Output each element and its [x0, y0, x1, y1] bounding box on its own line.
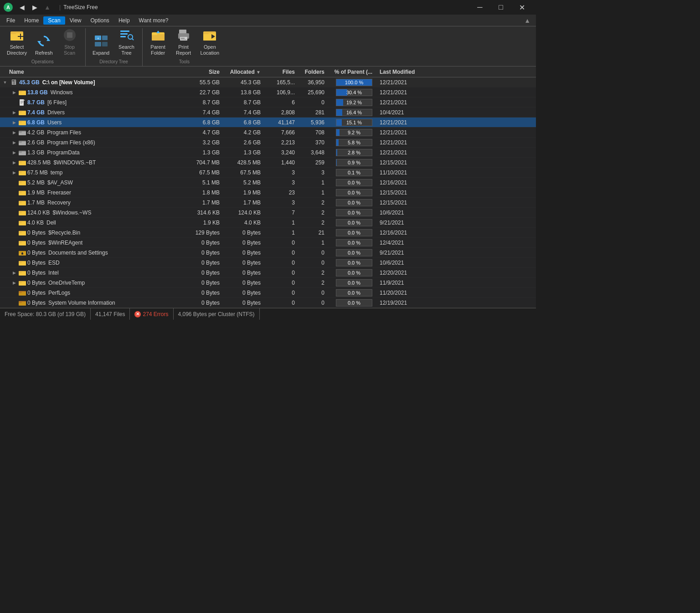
- tree-row[interactable]: 5.2 MB $AV_ASW 5.1 MB 5.2 MB 3 1 0.0 % 1…: [0, 178, 536, 188]
- app-logo: A: [4, 3, 13, 12]
- svg-rect-20: [152, 34, 165, 41]
- cell-pct: 0.0 %: [328, 239, 376, 246]
- cell-alloc: 13.8 GB: [223, 89, 264, 96]
- cell-modified: 12/20/2021: [376, 270, 536, 276]
- root-alloc-col: 45.3 GB: [223, 79, 264, 86]
- tree-row[interactable]: ▶ 4.2 GB Program Files 4.7 GB 4.2 GB 7,6…: [0, 128, 536, 138]
- tree-row[interactable]: ▶ 0 Bytes OneDriveTemp 0 Bytes 0 Bytes 0…: [0, 278, 536, 288]
- forward-button[interactable]: ▶: [29, 2, 40, 13]
- minimize-button[interactable]: ─: [469, 0, 490, 15]
- select-directory-button[interactable]: SelectDirectory: [4, 30, 30, 58]
- expand-arrow[interactable]: ▶: [11, 119, 17, 126]
- expand-button[interactable]: + Expand: [89, 30, 113, 58]
- parent-folder-button[interactable]: ParentFolder: [146, 30, 170, 58]
- cell-alloc: 8.7 GB: [223, 99, 264, 106]
- tree-row[interactable]: ▶ 1.3 GB ProgramData 1.3 GB 1.3 GB 3,240…: [0, 148, 536, 158]
- error-icon: ✕: [134, 311, 141, 317]
- tree-row[interactable]: 0 Bytes $Recycle.Bin 129 Bytes 0 Bytes 1…: [0, 228, 536, 238]
- tree-row[interactable]: 124.0 KB $Windows.~WS 314.6 KB 124.0 KB …: [0, 208, 536, 218]
- col-header-folders[interactable]: Folders: [299, 69, 328, 75]
- cell-files: 0: [264, 260, 299, 266]
- menu-view[interactable]: View: [65, 16, 86, 25]
- col-header-allocated[interactable]: Allocated ▼: [223, 69, 264, 75]
- tree-row[interactable]: 0 Bytes ESD 0 Bytes 0 Bytes 0 0 0.0 % 10…: [0, 258, 536, 268]
- svg-rect-75: [19, 221, 22, 223]
- col-header-name[interactable]: Name: [0, 69, 182, 75]
- directory-tree-group-label: Directory Tree: [89, 58, 139, 64]
- cell-alloc: 4.2 GB: [223, 129, 264, 136]
- cell-files: 1,440: [264, 159, 299, 166]
- expand-arrow-placeholder: [11, 99, 17, 106]
- cell-files: 2,213: [264, 139, 299, 146]
- expand-arrow[interactable]: ▶: [11, 109, 17, 116]
- open-location-button[interactable]: OpenLocation: [197, 30, 223, 58]
- ribbon-group-tools: ParentFolder PrintReport: [143, 28, 226, 66]
- tree-row[interactable]: 0 Bytes Documents and Settings 0 Bytes 0…: [0, 248, 536, 258]
- freespace-label: Free Space: 80.3 GB (of 139 GB): [5, 311, 86, 317]
- cell-pct: 5.8 %: [328, 139, 376, 146]
- tree-row[interactable]: ▶ 67.5 MB temp 67.5 MB 67.5 MB 3 3 0.1 %…: [0, 168, 536, 178]
- menu-scan[interactable]: Scan: [43, 16, 65, 25]
- maximize-button[interactable]: □: [490, 0, 511, 15]
- expand-arrow[interactable]: ▶: [11, 280, 17, 286]
- menu-wantmore[interactable]: Want more?: [134, 16, 173, 25]
- tree-row[interactable]: 0 Bytes System Volume Information 0 Byte…: [0, 298, 536, 308]
- tree-row[interactable]: 1.9 MB Freeraser 1.8 MB 1.9 MB 23 1 0.0 …: [0, 188, 536, 198]
- expand-arrow[interactable]: ▶: [11, 129, 17, 136]
- back-button[interactable]: ◀: [16, 2, 27, 13]
- cell-folders: 2: [299, 209, 328, 216]
- folder-icon: [19, 249, 26, 256]
- cell-folders: 2: [299, 270, 328, 276]
- folder-icon: [19, 169, 26, 176]
- cell-pct: 0.0 %: [328, 179, 376, 186]
- cell-folders: 370: [299, 139, 328, 146]
- stop-scan-button[interactable]: StopScan: [58, 30, 82, 58]
- col-header-pct[interactable]: % of Parent (...: [328, 69, 376, 75]
- close-button[interactable]: ✕: [511, 0, 532, 15]
- expand-arrow[interactable]: ▶: [11, 159, 17, 166]
- tree-row[interactable]: ▶ 6.8 GB Users 6.8 GB 6.8 GB 41,147 5,93…: [0, 117, 536, 128]
- col-header-size[interactable]: Size: [182, 69, 223, 75]
- tree-row[interactable]: 0 Bytes PerfLogs 0 Bytes 0 Bytes 0 0 0.0…: [0, 288, 536, 298]
- tree-body[interactable]: ▼ 🖥 45.3 GB C:\ on [New Volume] 55.5 GB …: [0, 77, 536, 308]
- cell-folders: 3,648: [299, 149, 328, 156]
- cell-files: 0: [264, 300, 299, 306]
- col-header-files[interactable]: Files: [264, 69, 299, 75]
- menu-options[interactable]: Options: [86, 16, 114, 25]
- tree-row[interactable]: ▶ 7.4 GB Drivers 7.4 GB 7.4 GB 2,808 281…: [0, 107, 536, 117]
- up-button[interactable]: ▲: [42, 2, 53, 13]
- tree-row-root[interactable]: ▼ 🖥 45.3 GB C:\ on [New Volume] 55.5 GB …: [0, 77, 536, 87]
- menu-help[interactable]: Help: [114, 16, 134, 25]
- tree-row[interactable]: 8.7 GB [6 Files] 8.7 GB 8.7 GB 6 0 19.2 …: [0, 97, 536, 107]
- expand-arrow[interactable]: ▶: [11, 149, 17, 156]
- menu-file[interactable]: File: [2, 16, 20, 25]
- item-label: OneDriveTemp: [48, 280, 85, 286]
- search-tree-button[interactable]: SearchTree: [115, 30, 139, 58]
- cell-modified: 12/16/2021: [376, 179, 536, 186]
- ribbon-collapse-button[interactable]: ▲: [520, 15, 534, 26]
- root-expand-arrow[interactable]: ▼: [2, 79, 8, 86]
- status-errors[interactable]: ✕ 274 Errors: [130, 308, 173, 320]
- expand-arrow[interactable]: ▶: [11, 169, 17, 176]
- cell-size: 0 Bytes: [182, 270, 223, 276]
- tree-row[interactable]: ▶ 428.5 MB $WINDOWS.~BT 704.7 MB 428.5 M…: [0, 158, 536, 168]
- refresh-button[interactable]: Refresh: [32, 30, 56, 58]
- menu-home[interactable]: Home: [20, 16, 43, 25]
- tree-row[interactable]: ▶ 2.6 GB Program Files (x86) 3.2 GB 2.6 …: [0, 138, 536, 148]
- cell-files: 0: [264, 250, 299, 256]
- cell-modified: 11/10/2021: [376, 169, 536, 176]
- tree-row[interactable]: ▶ 13.8 GB Windows 22.7 GB 13.8 GB 106,9.…: [0, 87, 536, 97]
- cell-alloc: 1.7 MB: [223, 199, 264, 206]
- tree-row[interactable]: 4.0 KB Dell 1.9 KB 4.0 KB 1 2 0.0 % 9/21…: [0, 218, 536, 228]
- expand-arrow[interactable]: ▶: [11, 89, 17, 96]
- size-label: 0 Bytes: [27, 280, 46, 286]
- expand-arrow[interactable]: ▶: [11, 139, 17, 146]
- col-header-modified[interactable]: Last Modified: [376, 69, 536, 75]
- tree-row[interactable]: 0 Bytes $WinREAgent 0 Bytes 0 Bytes 0 1 …: [0, 238, 536, 248]
- expand-arrow[interactable]: ▶: [11, 270, 17, 276]
- tree-row[interactable]: ▶ 0 Bytes Intel 0 Bytes 0 Bytes 0 2 0.0 …: [0, 268, 536, 278]
- cell-alloc: 2.6 GB: [223, 139, 264, 146]
- print-report-button[interactable]: PrintReport: [172, 30, 196, 58]
- tree-row[interactable]: 1.7 MB Recovery 1.7 MB 1.7 MB 3 2 0.0 % …: [0, 198, 536, 208]
- cell-folders: 259: [299, 159, 328, 166]
